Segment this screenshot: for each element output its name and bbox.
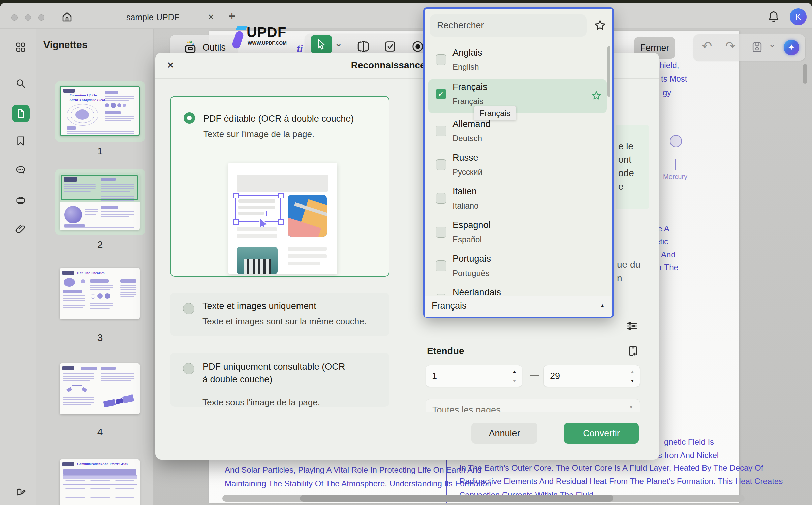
logo-blob bbox=[231, 30, 245, 50]
search-icon[interactable] bbox=[15, 77, 26, 89]
grid-view-icon[interactable] bbox=[15, 41, 26, 53]
range-from-field[interactable]: 1 ▲ ▼ bbox=[426, 365, 522, 387]
language-native: Français bbox=[452, 97, 483, 106]
checkbox-checked-icon[interactable]: ✓ bbox=[436, 89, 446, 99]
favorite-star-icon[interactable] bbox=[591, 90, 602, 101]
horizontal-scrollbar[interactable] bbox=[222, 495, 745, 502]
language-select-field[interactable]: Français ▲ bbox=[425, 296, 611, 317]
radio-unselected-icon[interactable] bbox=[183, 303, 194, 314]
comments-icon[interactable] bbox=[15, 164, 26, 176]
vertical-scrollbar-thumb[interactable] bbox=[803, 64, 807, 84]
language-label: Français bbox=[452, 82, 488, 92]
checkbox-icon[interactable] bbox=[436, 227, 446, 238]
edit-text-tool-icon[interactable] bbox=[355, 39, 371, 54]
stepper-up-icon[interactable]: ▲ bbox=[512, 369, 517, 374]
language-select-value: Français bbox=[432, 301, 467, 311]
ocr-illustration bbox=[228, 163, 337, 274]
search-placeholder: Rechercher bbox=[437, 20, 484, 31]
doc-line: Radioactive Elements And Residual Heat F… bbox=[459, 477, 783, 486]
horizontal-scrollbar-thumb[interactable] bbox=[300, 495, 613, 502]
language-filter-icon[interactable] bbox=[625, 319, 639, 334]
traffic-zoom-button[interactable] bbox=[38, 14, 44, 21]
undo-icon[interactable]: ↶ bbox=[702, 39, 712, 53]
checkbox-tool-icon[interactable] bbox=[383, 40, 397, 53]
redo-icon[interactable]: ↷ bbox=[725, 39, 736, 53]
option-searchable-pdf[interactable]: PDF uniquement consultable (OCR à double… bbox=[170, 353, 389, 407]
thumbnail-page-5[interactable]: Communications And Power Grids bbox=[60, 459, 140, 505]
updf-logo: UPDF WWW.UPDF.COM ti bbox=[229, 22, 307, 53]
panel-fragment: ont bbox=[618, 154, 631, 165]
doc-fragment: gy bbox=[663, 88, 671, 97]
tab-add-icon[interactable]: + bbox=[228, 9, 236, 23]
radio-tool-icon[interactable] bbox=[411, 40, 425, 53]
option-text-and-images[interactable]: Texte et images uniquement Texte et imag… bbox=[170, 293, 389, 336]
language-search-input[interactable]: Rechercher bbox=[430, 14, 587, 37]
checkbox-icon[interactable] bbox=[436, 126, 446, 136]
panel-fragment: ue du bbox=[617, 259, 641, 270]
language-item-anglais[interactable]: Anglais English bbox=[428, 45, 607, 78]
stepper-up-icon[interactable]: ▲ bbox=[630, 369, 635, 374]
language-native: Italiano bbox=[452, 201, 478, 211]
signature-icon[interactable] bbox=[15, 486, 26, 498]
language-item-francais[interactable]: ✓ Français Français bbox=[428, 79, 607, 113]
language-label: Anglais bbox=[452, 48, 482, 58]
tab-close-icon[interactable]: ✕ bbox=[208, 12, 214, 22]
language-item-italien[interactable]: Italien Italiano bbox=[428, 184, 607, 217]
traffic-close-button[interactable] bbox=[11, 14, 18, 21]
convert-button[interactable]: Convertir bbox=[564, 423, 639, 444]
notification-bell-icon[interactable] bbox=[767, 9, 780, 24]
pages-select[interactable]: Toutes les pages ▼ bbox=[426, 399, 640, 412]
stepper-down-icon[interactable]: ▼ bbox=[630, 379, 635, 383]
thumbnail-page-1[interactable]: Formation Of TheEarth's Magnetic Field bbox=[55, 81, 145, 142]
option-editable-pdf[interactable]: PDF éditable (OCR à double couche) Texte… bbox=[170, 96, 389, 277]
option-title: Texte et images uniquement bbox=[202, 301, 316, 311]
logo-slash bbox=[236, 26, 248, 30]
checkbox-icon[interactable] bbox=[436, 54, 446, 65]
dropdown-scrollbar-thumb[interactable] bbox=[607, 46, 610, 97]
language-item-russe[interactable]: Russe Русский bbox=[428, 150, 607, 184]
language-item-portugais[interactable]: Portugais Português bbox=[428, 251, 607, 285]
thumbnails-panel-toggle[interactable] bbox=[12, 105, 30, 122]
thumbnail-page-4[interactable] bbox=[60, 363, 140, 414]
radio-selected-icon[interactable] bbox=[184, 112, 195, 124]
bookmark-icon[interactable] bbox=[15, 135, 26, 147]
doc-line: In The Earth's Outer Core. The Outer Cor… bbox=[459, 463, 763, 473]
tools-label: Outils bbox=[202, 42, 226, 53]
save-icon[interactable] bbox=[751, 40, 763, 54]
language-label: Portugais bbox=[452, 254, 491, 264]
thumbnail-page-2[interactable] bbox=[55, 169, 145, 235]
tab-title[interactable]: sample-UPDF bbox=[126, 12, 179, 22]
avatar[interactable]: K bbox=[790, 8, 807, 25]
doc-fragment: ts Most bbox=[661, 74, 687, 84]
language-item-neerlandais[interactable]: Néerlandais bbox=[428, 285, 607, 295]
ai-assistant-button[interactable]: ✦ bbox=[784, 40, 799, 55]
language-item-allemand[interactable]: Allemand Deutsch bbox=[428, 116, 607, 150]
select-tool-button[interactable] bbox=[311, 35, 332, 53]
radio-unselected-icon[interactable] bbox=[183, 363, 194, 374]
cancel-button[interactable]: Annuler bbox=[471, 423, 537, 444]
home-icon[interactable] bbox=[61, 11, 73, 23]
doc-fragment: gnetic Field Is bbox=[664, 437, 714, 447]
select-tool-chevron-icon[interactable]: ⌄ bbox=[335, 38, 342, 49]
language-dropdown: Rechercher Anglais English ✓ Français Fr… bbox=[423, 7, 614, 318]
thumb5-title: Communications And Power Grids bbox=[77, 462, 128, 466]
checkbox-icon[interactable] bbox=[436, 193, 446, 204]
thumbnails-panel: Vignettes Formation Of TheEarth's Magnet… bbox=[36, 29, 154, 505]
checkbox-icon[interactable] bbox=[436, 260, 446, 271]
checkbox-icon[interactable] bbox=[436, 294, 446, 295]
range-to-field[interactable]: 29 ▲ ▼ bbox=[543, 365, 640, 387]
left-rail bbox=[0, 29, 36, 505]
attachment-icon[interactable] bbox=[15, 223, 26, 235]
thumbnail-page-3[interactable]: For The Theories bbox=[60, 268, 140, 319]
save-chevron-icon[interactable]: ⌄ bbox=[768, 38, 776, 50]
stepper-down-icon[interactable]: ▼ bbox=[512, 379, 517, 383]
favorite-star-icon[interactable] bbox=[593, 19, 607, 32]
thumb3-title: For The Theories bbox=[77, 271, 104, 275]
traffic-minimize-button[interactable] bbox=[25, 14, 31, 21]
panel-divider bbox=[616, 222, 647, 222]
checkbox-icon[interactable] bbox=[436, 159, 446, 170]
stamp-icon[interactable] bbox=[15, 194, 26, 206]
page-range-icon[interactable] bbox=[626, 343, 640, 359]
doc-line: And Solar Particles, Playing A Vital Rol… bbox=[225, 465, 482, 475]
language-item-espagnol[interactable]: Espagnol Español bbox=[428, 217, 607, 251]
